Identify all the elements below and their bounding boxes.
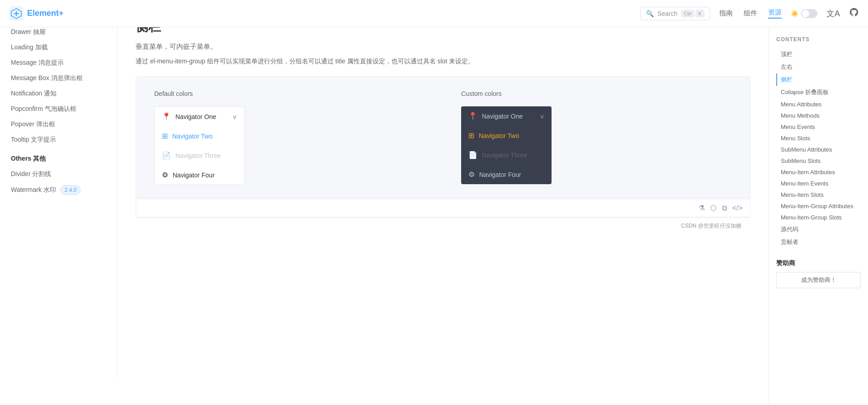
left-sidebar: Dialog 对话框 Drawer 抽屉 Loading 加载 Message … bbox=[0, 0, 118, 378]
nav-guide[interactable]: 指南 bbox=[719, 9, 733, 18]
default-menu-item-1[interactable]: 📍 Navigator One ∨ bbox=[155, 107, 244, 126]
custom-menu-item-2[interactable]: ⊞ Navigator Two bbox=[461, 126, 552, 145]
contents-item-submenu-attr[interactable]: SubMenu Attributes bbox=[776, 144, 861, 155]
contents-item-menu-methods[interactable]: Menu Methods bbox=[776, 110, 861, 121]
contents-item-leftright[interactable]: 左右 bbox=[776, 61, 861, 73]
demo-panels: Default colors 📍 Navigator One ∨ ⊞ Navig… bbox=[136, 76, 750, 199]
contents-item-menuitemgroup-slots[interactable]: Menu-Item-Group Slots bbox=[776, 212, 861, 223]
contents-item-menu-slots[interactable]: Menu Slots bbox=[776, 133, 861, 144]
logo-text: Element+ bbox=[27, 9, 64, 18]
demo-toolbar: ⚗ ⬡ ⧉ </> bbox=[136, 199, 750, 217]
contents-title: CONTENTS bbox=[776, 36, 861, 43]
custom-menu: 📍 Navigator One ∨ ⊞ Navigator Two 📄 Navi… bbox=[461, 106, 552, 184]
footer-note: CSDN @兜里旺仔没加糖 bbox=[136, 217, 750, 234]
page-desc1: 垂直菜单，可内嵌子菜单。 bbox=[136, 43, 750, 51]
contents-item-menuitemgroup-attr[interactable]: Menu-Item-Group Attributes bbox=[776, 200, 861, 212]
search-shortcut: Ctrl K bbox=[681, 10, 704, 17]
theme-toggle[interactable]: ☀️ bbox=[791, 9, 817, 18]
sidebar-item-tooltip[interactable]: Tooltip 文字提示 bbox=[0, 132, 117, 148]
sidebar-item-divider[interactable]: Divider 分割线 bbox=[0, 167, 117, 182]
nav4-icon: ⚙ bbox=[162, 171, 168, 179]
sponsor-title: 赞助商 bbox=[776, 259, 861, 267]
nav1-chevron: ∨ bbox=[232, 113, 237, 120]
nav1-label: Navigator One bbox=[175, 113, 216, 120]
logo[interactable]: Element+ bbox=[9, 6, 64, 21]
custom-menu-item-4[interactable]: ⚙ Navigator Four bbox=[461, 165, 552, 184]
k-key: K bbox=[696, 10, 704, 17]
contents-item-topbar[interactable]: 顶栏 bbox=[776, 48, 861, 61]
nav2-icon: ⊞ bbox=[162, 132, 168, 140]
default-menu-item-3: 📄 Navigator Three bbox=[155, 146, 244, 165]
contents-item-contributors[interactable]: 贡献者 bbox=[776, 236, 861, 248]
ctrl-key: Ctrl bbox=[681, 10, 694, 17]
cnav1-chevron: ∨ bbox=[540, 113, 544, 120]
default-menu-item-4[interactable]: ⚙ Navigator Four bbox=[155, 165, 244, 185]
watermark-badge: 2.4.0 bbox=[61, 186, 81, 195]
sun-icon: ☀️ bbox=[791, 10, 798, 17]
cnav4-label: Navigator Four bbox=[479, 171, 521, 178]
header-nav: 指南 组件 资源 bbox=[719, 8, 782, 19]
default-menu-item-2[interactable]: ⊞ Navigator Two bbox=[155, 126, 244, 146]
contents-item-menuitem-attr[interactable]: Menu-Item Attributes bbox=[776, 167, 861, 178]
right-sidebar: CONTENTS 顶栏 左右 侧栏 Collapse 折叠面板 Menu Att… bbox=[769, 27, 868, 378]
default-menu: 📍 Navigator One ∨ ⊞ Navigator Two 📄 Navi… bbox=[154, 106, 245, 185]
copy-icon[interactable]: ⧉ bbox=[722, 204, 727, 212]
page-desc2: 通过 el-menu-item-group 组件可以实现菜单进行分组，分组名可以… bbox=[136, 56, 750, 67]
default-colors-title: Default colors bbox=[154, 90, 425, 97]
cnav4-icon: ⚙ bbox=[468, 170, 475, 179]
nav4-label: Navigator Four bbox=[173, 172, 215, 179]
contents-item-menu-events[interactable]: Menu Events bbox=[776, 121, 861, 133]
cnav3-label: Navigator Three bbox=[482, 152, 527, 159]
sidebar-item-popover[interactable]: Popover 弹出框 bbox=[0, 117, 117, 132]
sidebar-item-popconfirm[interactable]: Popconfirm 气泡确认框 bbox=[0, 101, 117, 117]
contents-item-sidebar[interactable]: 侧栏 bbox=[776, 73, 861, 86]
toggle-switch[interactable] bbox=[801, 9, 817, 18]
language-icon[interactable]: 文A bbox=[826, 8, 840, 19]
cnav3-icon: 📄 bbox=[468, 151, 477, 159]
flask-icon[interactable]: ⚗ bbox=[698, 204, 705, 212]
cnav2-icon: ⊞ bbox=[468, 131, 474, 140]
main-content: 侧栏 垂直菜单，可内嵌子菜单。 通过 el-menu-item-group 组件… bbox=[118, 0, 769, 378]
sidebar-item-message[interactable]: Message 消息提示 bbox=[0, 55, 117, 71]
cnav1-icon: 📍 bbox=[468, 112, 477, 120]
cnav2-label: Navigator Two bbox=[479, 132, 519, 139]
search-icon: 🔍 bbox=[646, 10, 654, 17]
logo-icon bbox=[9, 6, 24, 21]
nav3-icon: 📄 bbox=[162, 151, 171, 160]
sidebar-item-messagebox[interactable]: Message Box 消息弹出框 bbox=[0, 71, 117, 86]
custom-colors-panel: Custom colors 📍 Navigator One ∨ ⊞ Naviga… bbox=[443, 76, 750, 199]
nav3-label: Navigator Three bbox=[175, 152, 221, 159]
header: Element+ 🔍 Search Ctrl K 指南 组件 资源 ☀️ 文A bbox=[0, 0, 868, 27]
sponsor-section: 赞助商 成为赞助商！ bbox=[776, 259, 861, 288]
code-icon[interactable]: </> bbox=[732, 204, 743, 212]
contents-item-menuitem-events[interactable]: Menu-Item Events bbox=[776, 178, 861, 189]
demo-container: Default colors 📍 Navigator One ∨ ⊞ Navig… bbox=[136, 76, 750, 217]
custom-menu-item-1[interactable]: 📍 Navigator One ∨ bbox=[461, 106, 552, 126]
contents-item-source[interactable]: 源代码 bbox=[776, 223, 861, 236]
github-icon[interactable] bbox=[849, 7, 859, 19]
nav-resources[interactable]: 资源 bbox=[768, 8, 782, 19]
search-box[interactable]: 🔍 Search Ctrl K bbox=[640, 7, 710, 20]
sidebar-item-loading[interactable]: Loading 加载 bbox=[0, 40, 117, 55]
contents-item-collapse[interactable]: Collapse 折叠面板 bbox=[776, 86, 861, 99]
nav2-label: Navigator Two bbox=[172, 133, 212, 140]
contents-item-submenu-slots[interactable]: SubMenu Slots bbox=[776, 155, 861, 167]
nav-components[interactable]: 组件 bbox=[744, 9, 757, 18]
codepen-icon[interactable]: ⬡ bbox=[710, 204, 717, 212]
cnav1-label: Navigator One bbox=[482, 113, 523, 120]
contents-item-menu-attr[interactable]: Menu Attributes bbox=[776, 99, 861, 110]
sidebar-item-notification[interactable]: Notification 通知 bbox=[0, 86, 117, 101]
default-colors-panel: Default colors 📍 Navigator One ∨ ⊞ Navig… bbox=[136, 76, 443, 199]
custom-menu-item-3: 📄 Navigator Three bbox=[461, 145, 552, 165]
nav1-icon: 📍 bbox=[162, 112, 171, 121]
sponsor-button[interactable]: 成为赞助商！ bbox=[776, 272, 861, 288]
custom-colors-title: Custom colors bbox=[461, 90, 732, 97]
contents-item-menuitem-slots[interactable]: Menu-Item Slots bbox=[776, 189, 861, 200]
others-section-title: Others 其他 bbox=[0, 148, 117, 167]
sidebar-item-watermark[interactable]: Watermark 水印 2.4.0 bbox=[0, 182, 117, 198]
search-label: Search bbox=[657, 10, 677, 17]
